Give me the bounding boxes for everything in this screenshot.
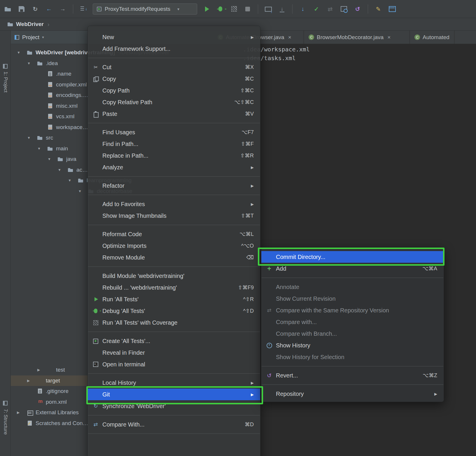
tree-item-workspace-xml[interactable]: workspace.xml (11, 122, 89, 133)
menu-item-label: Find in Path... (102, 141, 138, 147)
expand-down-icon[interactable]: ▼ (26, 61, 37, 65)
menu-item-create-all-tests[interactable]: Create 'All Tests'... (88, 335, 260, 347)
submenu-arrow-icon: ▶ (251, 35, 254, 39)
menu-item-rebuild-webdrivertraining[interactable]: Rebuild ... 'webdrivertraining'⇧⌘F9 (88, 282, 260, 293)
tree-item-encodings-xml[interactable]: encodings.xml (11, 90, 89, 101)
tree-item-label: .idea (46, 60, 58, 67)
menu-item-analyze[interactable]: Analyze▶ (88, 161, 260, 173)
download-icon[interactable] (278, 5, 286, 13)
forward-icon[interactable]: → (58, 5, 67, 13)
menu-item-shortcut: ⌥⇧⌘C (234, 99, 254, 105)
menu-separator (88, 225, 260, 225)
run-configuration-label: ProxyTest.modifyRequests (105, 6, 170, 12)
local-history-icon[interactable] (340, 5, 348, 13)
tree-item-external-libraries[interactable]: ▶External Libraries (11, 407, 89, 418)
run-icon[interactable] (202, 5, 211, 13)
menu-item-show-image-thumbnails[interactable]: Show Image Thumbnails⇧⌘T (88, 210, 260, 222)
inspections-icon[interactable]: ✎ (374, 5, 383, 13)
restore-layout-icon[interactable] (388, 5, 396, 13)
open-icon[interactable] (4, 5, 12, 13)
expand-down-icon[interactable]: ▼ (26, 136, 37, 140)
expand-down-icon[interactable]: ▼ (57, 168, 67, 172)
menu-item-paste[interactable]: Paste⌘V (88, 108, 260, 120)
expand-down-icon[interactable]: ▼ (16, 51, 27, 55)
menu-item-add-framework-support[interactable]: Add Framework Support... (88, 43, 260, 55)
editor-tab-browsermobdecorator-java[interactable]: CBrowserMobDecorator.java× (304, 31, 410, 44)
run-configuration-select[interactable]: ProxyTest.modifyRequests ▾ (93, 4, 197, 15)
menu-item-find-usages[interactable]: Find Usages⌥F7 (88, 126, 260, 138)
menu-item-copy[interactable]: Copy⌘C (88, 73, 260, 85)
menu-item-run-all-tests-with-coverage[interactable]: Run 'All Tests' with Coverage (88, 317, 260, 328)
editor-tab-automated[interactable]: CAutomated (410, 31, 454, 44)
expand-down-icon[interactable]: ▼ (47, 157, 57, 161)
menu-item-synchronize-webdriver[interactable]: ↻Synchronize 'WebDriver' (88, 400, 260, 412)
tree-item-name[interactable]: .name (11, 69, 89, 79)
expand-right-icon[interactable]: ▶ (36, 368, 47, 372)
menu-item-copy-relative-path[interactable]: Copy Relative Path⌥⇧⌘C (88, 96, 260, 108)
chevron-right-icon: › (48, 21, 50, 28)
menu-item-debug-all-tests[interactable]: Debug 'All Tests'^⇧D (88, 305, 260, 317)
expand-right-icon[interactable]: ▶ (16, 410, 27, 415)
menu-item-show-history[interactable]: Show History (261, 340, 444, 351)
project-tree-bottom: ▶test▶target.gitignorepom.xml▶External L… (11, 365, 89, 429)
tree-item-main[interactable]: ▼main (11, 143, 89, 154)
tree-item-scratches-and-consoles[interactable]: Scratches and Consoles (11, 418, 89, 429)
annotate-icon[interactable] (79, 5, 88, 13)
tree-item-gitignore[interactable]: .gitignore (11, 386, 89, 397)
sync-icon[interactable]: ↻ (31, 5, 40, 13)
tree-item-target[interactable]: ▶target (11, 375, 89, 386)
menu-item-remove-module[interactable]: Remove Module⌫ (88, 252, 260, 263)
save-icon[interactable] (17, 5, 26, 13)
expand-down-icon[interactable]: ▼ (67, 178, 78, 182)
menu-item-cut[interactable]: ✂Cut⌘X (88, 61, 260, 73)
close-icon[interactable]: × (288, 34, 291, 41)
menu-item-add[interactable]: +Add⌥⌘A (261, 263, 444, 274)
tool-window-button-structure[interactable]: 7: Structure (3, 409, 8, 435)
export-screen-icon[interactable] (264, 5, 273, 13)
tree-item-idea[interactable]: ▼.idea (11, 58, 89, 69)
menu-item-compare-with[interactable]: ⇄Compare With...⌘D (88, 419, 260, 430)
menu-item-reformat-code[interactable]: Reformat Code⌥⌘L (88, 228, 260, 240)
menu-item-revert[interactable]: ↺Revert...⌥⌘Z (261, 370, 444, 381)
coverage-icon[interactable] (230, 5, 238, 13)
menu-item-reveal-in-finder[interactable]: Reveal in Finder (88, 347, 260, 358)
menu-item-find-in-path[interactable]: Find in Path...⇧⌘F (88, 138, 260, 150)
tree-item-src[interactable]: ▼src (11, 133, 89, 143)
tree-item-test[interactable]: ▶test (11, 365, 89, 375)
tree-item-compiler-xml[interactable]: compiler.xml (11, 79, 89, 90)
menu-item-build-module-webdrivertraining[interactable]: Build Module 'webdrivertraining' (88, 270, 260, 282)
expand-down-icon[interactable]: ▼ (36, 147, 47, 151)
expand-down-icon[interactable]: ▼ (77, 189, 88, 193)
tree-item-academy[interactable]: ▼academy (11, 165, 89, 175)
tree-item-java[interactable]: ▼java (11, 154, 89, 165)
menu-item-optimize-imports[interactable]: Optimize Imports^⌥O (88, 240, 260, 252)
rollback-icon[interactable]: ↺ (353, 5, 362, 13)
tree-item-vcs-xml[interactable]: vcs.xml (11, 111, 89, 122)
debug-icon[interactable] (216, 5, 225, 13)
menu-item-git[interactable]: Git▶ (88, 389, 260, 400)
menu-item-local-history[interactable]: Local History▶ (88, 377, 260, 389)
menu-item-copy-path[interactable]: Copy Path⇧⌘C (88, 85, 260, 96)
vcs-commit-icon[interactable]: ✓ (312, 5, 321, 13)
structure-tool-window-icon[interactable] (2, 400, 8, 406)
menu-item-replace-in-path[interactable]: Replace in Path...⇧⌘R (88, 150, 260, 161)
menu-item-repository[interactable]: Repository▶ (261, 388, 444, 400)
menu-item-open-in-terminal[interactable]: Open in terminal (88, 358, 260, 370)
project-panel-header[interactable]: Project ▾ (11, 31, 89, 44)
expand-right-icon[interactable]: ▶ (26, 379, 37, 383)
vcs-update-icon[interactable]: ↓ (298, 5, 307, 13)
menu-item-refactor[interactable]: Refactor▶ (88, 180, 260, 192)
menu-item-label: Run 'All Tests' (102, 296, 139, 303)
menu-item-new[interactable]: New▶ (88, 31, 260, 43)
close-icon[interactable]: × (387, 34, 391, 41)
back-icon[interactable]: ← (45, 5, 53, 13)
project-tool-window-icon[interactable] (2, 63, 8, 69)
menu-item-commit-directory[interactable]: Commit Directory... (261, 251, 444, 263)
tree-item-misc-xml[interactable]: misc.xml (11, 101, 89, 112)
menu-item-add-to-favorites[interactable]: Add to Favorites▶ (88, 198, 260, 210)
menu-item-run-all-tests[interactable]: Run 'All Tests'^⇧R (88, 293, 260, 305)
breadcrumb[interactable]: WebDriver (16, 21, 44, 27)
folder-icon (37, 60, 44, 66)
tree-item-pom-xml[interactable]: pom.xml (11, 397, 89, 408)
tool-window-button-project[interactable]: 1: Project (3, 72, 8, 93)
